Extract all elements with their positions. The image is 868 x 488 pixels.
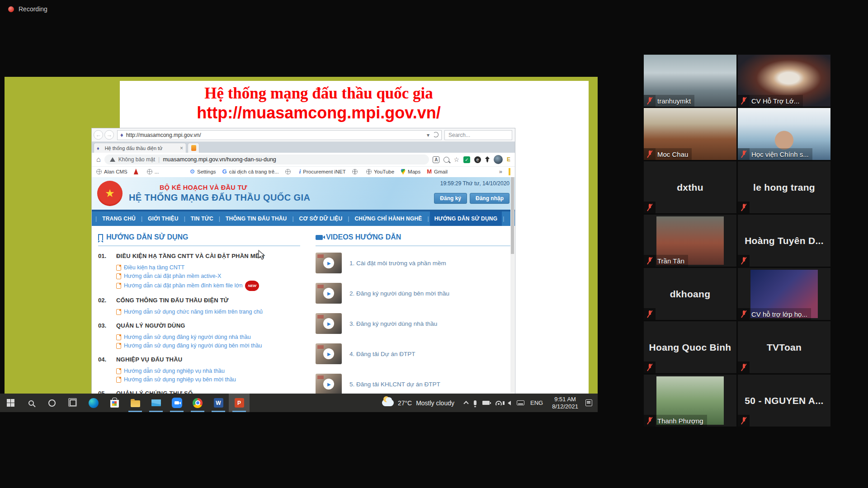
participant-tile[interactable]: CV hỗ trợ lớp họ... [738,268,830,320]
url-dropdown-icon[interactable]: ▾ [427,132,429,138]
video-thumbnail[interactable]: ▶ [316,253,342,273]
cortana-button[interactable] [42,394,62,412]
extension-dark-icon[interactable]: e [474,156,481,163]
guide-link-text[interactable]: Điều kiện hạ tầng CNTT [124,263,184,272]
guide-pdf-link[interactable]: Hướng dẫn sử dụng đăng ký người dùng nhà… [116,333,300,342]
word-button[interactable]: W [208,394,229,412]
guide-pdf-link[interactable]: Hướng dẫn sử dụng chức năng tìm kiếm trê… [116,308,300,316]
refresh-icon[interactable] [433,132,439,137]
participant-tile[interactable]: Moc Chau [644,108,736,160]
bookmark-item[interactable]: ... [147,169,159,174]
guide-link-text[interactable]: Hướng dẫn cài đặt phần mềm đính kèm file… [124,282,242,290]
weather-widget[interactable]: 27°C Mostly cloudy [377,399,460,407]
translate-icon[interactable]: A [433,156,439,163]
bookmarks-overflow-icon[interactable]: » [499,168,502,175]
page-scrollbar[interactable] [510,177,514,393]
video-thumbnail[interactable]: ▶ [316,343,342,364]
play-icon[interactable]: ▶ [323,288,334,299]
video-title[interactable]: 4. Đăng tải Dự án ĐTPT [349,351,415,357]
ie-search-box[interactable]: Search... [444,130,512,140]
bookmark-star-icon[interactable]: ☆ [453,156,459,163]
battery-icon[interactable] [482,401,490,405]
wifi-icon[interactable] [495,401,502,405]
action-center-icon[interactable] [585,399,592,406]
guide-pdf-link[interactable]: Hướng dẫn cài đặt phần mềm đính kèm file… [116,281,300,291]
task-view-button[interactable] [62,394,83,412]
scrollbar-thumb[interactable] [511,177,514,254]
edge-button[interactable] [83,394,104,412]
video-title[interactable]: 3. Đăng ký người dùng nhà thầu [349,320,437,327]
nav-item[interactable]: CƠ SỞ DỮ LIỆU [295,211,347,226]
mail-button[interactable] [146,394,166,412]
home-icon[interactable]: ⌂ [96,155,101,164]
video-thumbnail[interactable]: ▶ [316,313,342,334]
extensions-pin-icon[interactable] [485,156,490,163]
zoom-app-button[interactable] [166,394,187,412]
bookmark-item[interactable]: i Procurement iNET [299,168,346,175]
participant-tile[interactable]: Hoàng Tuyên D... [738,215,830,267]
participant-tile[interactable]: dkhoang [644,268,736,320]
participant-tile[interactable]: CV Hỗ Trợ Lớ... [738,55,830,107]
bookmark-item[interactable] [134,169,141,174]
participant-tile[interactable]: Trần Tân [644,215,736,267]
bookmark-item[interactable]: Alan CMS [96,169,127,174]
guide-link-text[interactable]: Hướng dẫn sử dụng đăng ký người dùng bên… [124,342,262,350]
microphone-tray-icon[interactable] [474,400,476,405]
back-button[interactable]: ← [94,130,103,140]
profile-avatar[interactable] [494,155,503,164]
nav-item[interactable]: TRANG CHỦ [98,211,140,226]
chrome-button[interactable] [187,394,208,412]
video-guide-item[interactable]: ▶ 4. Đăng tải Dự án ĐTPT [316,343,510,364]
search-button[interactable] [21,394,42,412]
bookmark-item[interactable]: Maps [401,169,420,175]
guide-pdf-link[interactable]: Hướng dẫn sử dụng nghiệp vụ nhà thầu [116,367,300,375]
guide-pdf-link[interactable]: Điều kiện hạ tầng CNTT [116,263,300,272]
login-button[interactable]: Đăng nhập [470,193,509,204]
bookmark-item[interactable]: YouTube [366,169,394,174]
extension-green-icon[interactable]: ✓ [463,156,470,163]
participant-tile[interactable]: Học viện Chính s... [738,108,830,160]
video-title[interactable]: 5. Đăng tải KHLCNT dự án ĐTPT [349,381,440,388]
video-guide-item[interactable]: ▶ 3. Đăng ký người dùng nhà thầu [316,313,510,334]
second-tab[interactable] [188,143,199,153]
participant-tile[interactable]: dxthu [644,161,736,213]
ie-url-field[interactable]: ♦ http://muasamcong.mpi.gov.vn/ ▾ [117,130,442,140]
participant-tile[interactable]: TVToan [738,321,830,373]
nav-item[interactable]: TIN TỨC [186,211,218,226]
touch-keyboard-icon[interactable] [517,400,524,405]
language-indicator[interactable]: ENG [530,399,543,406]
nav-item[interactable]: THÔNG TIN ĐẤU THẦU [221,211,292,226]
video-title[interactable]: 1. Cài đặt môi trường và phần mềm [349,260,446,267]
store-button[interactable] [104,394,125,412]
powerpoint-button[interactable]: P [229,394,250,412]
guide-pdf-link[interactable]: Hướng dẫn sử dụng đăng ký người dùng bên… [116,342,300,350]
speaker-icon[interactable] [508,401,511,405]
forward-button[interactable]: → [104,130,114,140]
video-guide-item[interactable]: ▶ 1. Cài đặt môi trường và phần mềm [316,253,510,273]
nav-item[interactable]: CHỨNG CHỈ HÀNH NGHỀ [350,211,426,226]
video-title[interactable]: 2. Đăng ký người dùng bên mời thầu [349,290,449,297]
play-icon[interactable]: ▶ [323,379,334,389]
participant-tile[interactable]: Hoang Quoc Binh [644,321,736,373]
guide-link-text[interactable]: Hướng dẫn sử dụng nghiệp vụ nhà thầu [124,367,225,375]
video-guide-item[interactable]: ▶ 5. Đăng tải KHLCNT dự án ĐTPT [316,374,510,394]
bookmark-item[interactable] [352,169,360,174]
participant-tile[interactable]: Thanh Phượng [644,375,736,427]
guide-link-text[interactable]: Hướng dẫn sử dụng đăng ký người dùng nhà… [124,333,251,342]
video-guide-item[interactable]: ▶ 2. Đăng ký người dùng bên mời thầu [316,283,510,304]
participant-tile[interactable]: le hong trang [738,161,830,213]
play-icon[interactable]: ▶ [323,348,334,359]
zoom-page-icon[interactable] [443,157,449,163]
register-button[interactable]: Đăng ký [434,193,467,204]
participant-tile[interactable]: 50 - NGUYEN A... [738,375,830,427]
video-thumbnail[interactable]: ▶ [316,374,342,394]
participant-tile[interactable]: tranhuymkt [644,55,736,107]
guide-link-text[interactable]: Hướng dẫn cài đặt phần mềm active-X [124,272,221,281]
guide-pdf-link[interactable]: Hướng dẫn cài đặt phần mềm active-X [116,272,300,281]
browser-tab[interactable]: ♦ Hệ thống đấu thầu điện tử × [94,143,186,153]
tab-close-icon[interactable]: × [180,145,183,151]
nav-item[interactable]: GIỚI THIỆU [143,211,183,226]
video-thumbnail[interactable]: ▶ [316,283,342,304]
play-icon[interactable]: ▶ [323,318,334,329]
guide-link-text[interactable]: Hướng dẫn sử dụng chức năng tìm kiếm trê… [124,308,263,316]
